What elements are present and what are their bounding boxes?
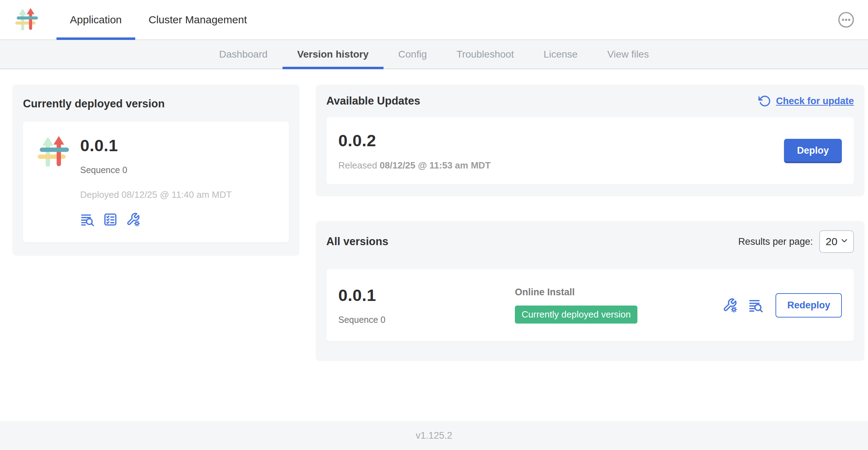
deployed-version-panel: 0.0.1 Sequence 0 Deployed 08/12/25 @ 11:… <box>23 122 289 242</box>
deployed-version-number: 0.0.1 <box>80 136 232 155</box>
released-timestamp: 08/12/25 @ 11:53 am MDT <box>380 160 491 171</box>
version-row-actions: Redeploy <box>723 293 842 318</box>
console-footer: v1.125.2 <box>0 421 868 450</box>
tab-config[interactable]: Config <box>384 40 442 69</box>
results-per-page-value: 20 <box>826 236 837 248</box>
preflight-checks-icon[interactable] <box>103 212 118 227</box>
all-versions-header: All versions Results per page: 20 <box>326 230 854 253</box>
console-version: v1.125.2 <box>416 430 452 441</box>
available-updates-title: Available Updates <box>326 95 420 107</box>
tab-version-history[interactable]: Version history <box>283 40 384 69</box>
topbar-spacer <box>260 0 838 40</box>
results-per-page-select[interactable]: 20 <box>819 230 854 253</box>
edit-config-icon[interactable] <box>723 298 738 313</box>
chevron-down-icon <box>840 236 849 248</box>
release-notes-icon[interactable] <box>748 298 763 313</box>
currently-deployed-card: Currently deployed version 0.0.1 Sequenc… <box>12 85 299 256</box>
currently-deployed-title: Currently deployed version <box>23 97 289 110</box>
results-per-page: Results per page: 20 <box>738 230 854 253</box>
update-version-number: 0.0.2 <box>338 131 784 150</box>
deployed-version-actions <box>80 212 232 227</box>
tab-cluster-management[interactable]: Cluster Management <box>135 0 260 40</box>
deployed-timestamp: Deployed 08/12/25 @ 11:40 am MDT <box>80 189 232 200</box>
available-update-row: 0.0.2 Released 08/12/25 @ 11:53 am MDT D… <box>326 117 854 184</box>
update-details: 0.0.2 Released 08/12/25 @ 11:53 am MDT <box>338 131 784 171</box>
tab-license[interactable]: License <box>529 40 593 69</box>
row-sequence: Sequence 0 <box>338 315 515 325</box>
app-sub-nav: Dashboard Version history Config Trouble… <box>0 40 868 69</box>
version-row-details: 0.0.1 Sequence 0 <box>338 285 515 325</box>
tab-dashboard[interactable]: Dashboard <box>204 40 283 69</box>
install-type-label: Online Install <box>515 287 723 298</box>
admin-console-page: Application Cluster Management Dashboard… <box>0 0 868 450</box>
check-for-update-label: Check for update <box>776 96 854 107</box>
available-updates-header: Available Updates Check for update <box>326 95 854 107</box>
row-version-number: 0.0.1 <box>338 285 515 305</box>
update-released-line: Released 08/12/25 @ 11:53 am MDT <box>338 160 784 171</box>
deploy-button[interactable]: Deploy <box>784 139 842 163</box>
released-label: Released <box>338 160 380 171</box>
deployed-version-details: 0.0.1 Sequence 0 Deployed 08/12/25 @ 11:… <box>80 136 232 227</box>
redeploy-button[interactable]: Redeploy <box>775 293 842 318</box>
right-column: Available Updates Check for update <box>316 85 864 361</box>
edit-config-icon[interactable] <box>126 212 141 227</box>
version-row: 0.0.1 Sequence 0 Online Install Currentl… <box>326 269 854 341</box>
main-content: Currently deployed version 0.0.1 Sequenc… <box>0 69 868 421</box>
all-versions-title: All versions <box>326 235 388 248</box>
all-versions-card: All versions Results per page: 20 <box>316 221 864 361</box>
app-logo-icon <box>37 136 70 227</box>
status-badge: Currently deployed version <box>515 306 637 324</box>
tab-troubleshoot[interactable]: Troubleshoot <box>442 40 529 69</box>
refresh-icon <box>758 95 771 107</box>
version-row-status: Online Install Currently deployed versio… <box>515 287 723 324</box>
release-notes-icon[interactable] <box>80 212 95 227</box>
available-updates-card: Available Updates Check for update <box>316 85 864 196</box>
top-nav-bar: Application Cluster Management <box>0 0 868 40</box>
app-logo-icon <box>15 0 39 40</box>
ellipsis-menu-icon[interactable] <box>838 11 855 28</box>
deployed-sequence: Sequence 0 <box>80 165 232 175</box>
check-for-update-link[interactable]: Check for update <box>758 95 854 107</box>
tab-view-files[interactable]: View files <box>593 40 664 69</box>
results-per-page-label: Results per page: <box>738 236 813 247</box>
tab-application[interactable]: Application <box>57 0 135 40</box>
